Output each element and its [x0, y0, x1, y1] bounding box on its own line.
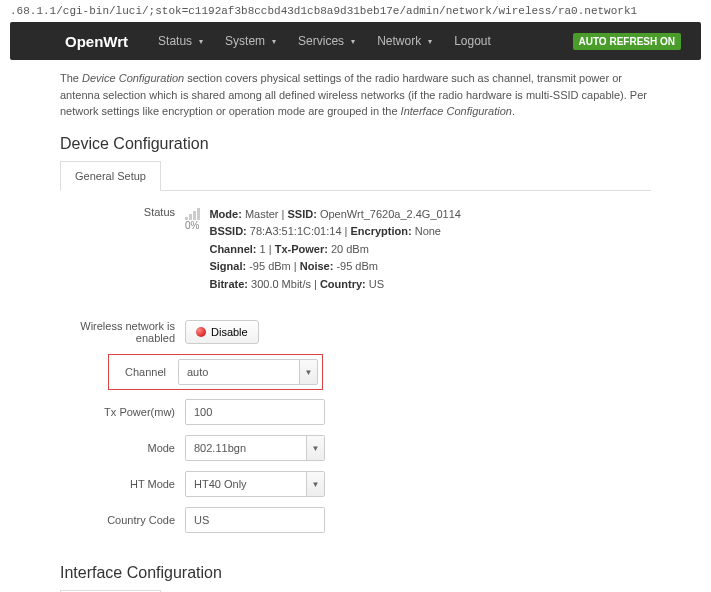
channel-highlight: Channel auto ▼ [108, 354, 323, 390]
tab-general-setup-device[interactable]: General Setup [60, 161, 161, 191]
status-details: Mode: Master | SSID: OpenWrt_7620a_2.4G_… [209, 206, 461, 294]
enabled-label: Wireless network is enabled [60, 320, 185, 344]
nav-network[interactable]: Network [367, 28, 442, 54]
main-content: The Device Configuration section covers … [0, 60, 711, 592]
brand-logo: OpenWrt [65, 33, 128, 50]
disable-icon [196, 327, 206, 337]
htmode-select[interactable]: HT40 Only ▼ [185, 471, 325, 497]
device-config-title: Device Configuration [60, 135, 651, 153]
disable-button[interactable]: Disable [185, 320, 259, 344]
htmode-label: HT Mode [60, 478, 185, 490]
country-input[interactable]: US [185, 507, 325, 533]
nav-menu: Status System Services Network Logout [148, 28, 501, 54]
chevron-down-icon: ▼ [306, 436, 324, 460]
channel-row: Channel auto ▼ [60, 354, 651, 390]
mode-label: Mode [60, 442, 185, 454]
enable-row: Wireless network is enabled Disable [60, 318, 651, 346]
chevron-down-icon: ▼ [306, 472, 324, 496]
nav-logout[interactable]: Logout [444, 28, 501, 54]
signal-percent: 0% [185, 220, 199, 231]
top-nav-bar: OpenWrt Status System Services Network L… [10, 22, 701, 60]
txpower-label: Tx Power(mw) [60, 406, 185, 418]
signal-block: 0% [185, 206, 201, 294]
device-tabs: General Setup [60, 161, 651, 191]
mode-select[interactable]: 802.11bgn ▼ [185, 435, 325, 461]
txpower-row: Tx Power(mw) 100 [60, 398, 651, 426]
mode-row: Mode 802.11bgn ▼ [60, 434, 651, 462]
txpower-input[interactable]: 100 [185, 399, 325, 425]
country-label: Country Code [60, 514, 185, 526]
auto-refresh-badge[interactable]: AUTO REFRESH ON [573, 33, 682, 50]
interface-config-title: Interface Configuration [60, 564, 651, 582]
nav-system[interactable]: System [215, 28, 286, 54]
nav-status[interactable]: Status [148, 28, 213, 54]
channel-label: Channel [113, 366, 178, 378]
description-text: The Device Configuration section covers … [60, 70, 651, 120]
address-bar: .68.1.1/cgi-bin/luci/;stok=c1192af3b8ccb… [0, 0, 711, 22]
country-row: Country Code US [60, 506, 651, 534]
signal-strength-icon [185, 208, 201, 220]
nav-services[interactable]: Services [288, 28, 365, 54]
channel-select[interactable]: auto ▼ [178, 359, 318, 385]
status-row: Status 0% Mode: Master | SSID: OpenWrt_7… [60, 206, 651, 294]
chevron-down-icon: ▼ [299, 360, 317, 384]
status-label: Status [60, 206, 185, 218]
htmode-row: HT Mode HT40 Only ▼ [60, 470, 651, 498]
